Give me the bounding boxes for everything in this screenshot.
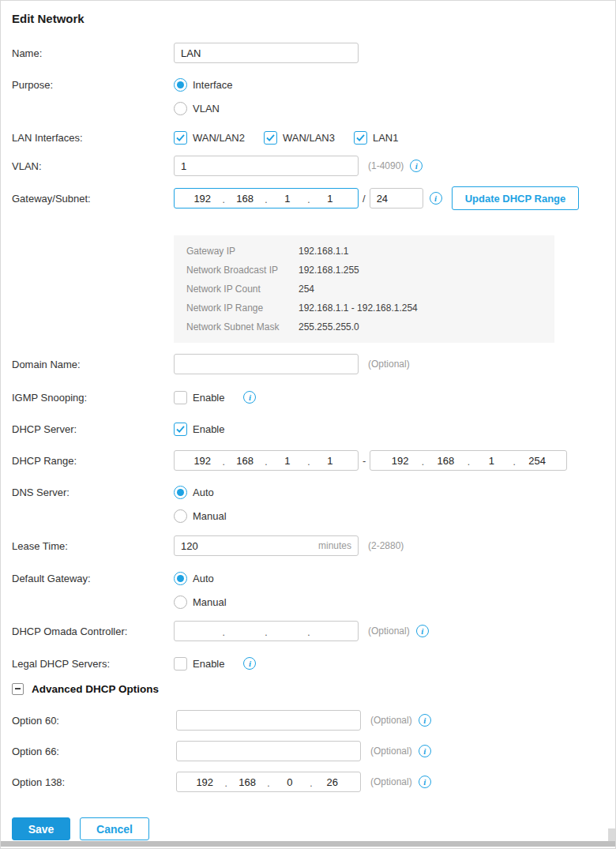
checkbox-label: Enable bbox=[193, 392, 224, 404]
ip-octet[interactable]: 168 bbox=[225, 193, 265, 205]
interface-checkbox-lan1[interactable]: LAN1 bbox=[354, 131, 399, 145]
option-66-input[interactable] bbox=[176, 741, 361, 761]
info-icon[interactable]: i bbox=[243, 657, 256, 670]
checkbox-checked-icon[interactable] bbox=[174, 423, 187, 436]
option-60-label: Option 60: bbox=[12, 715, 174, 727]
interface-checkbox-wanlan3[interactable]: WAN/LAN3 bbox=[264, 131, 335, 145]
vlan-input[interactable] bbox=[174, 156, 359, 176]
name-input[interactable] bbox=[174, 43, 359, 63]
legal-dhcp-enable-checkbox[interactable]: Enable bbox=[174, 657, 224, 671]
domain-name-input[interactable] bbox=[174, 354, 359, 374]
row-name: Name: bbox=[12, 43, 604, 63]
dhcp-omada-controller-input[interactable]: . . . bbox=[174, 621, 359, 641]
dhcp-omada-controller-hint: (Optional) bbox=[368, 625, 410, 637]
checkbox-label: WAN/LAN3 bbox=[283, 132, 335, 144]
default-gateway-option-auto[interactable]: Auto bbox=[174, 569, 227, 587]
purpose-label: Purpose: bbox=[12, 79, 174, 91]
checkbox-checked-icon[interactable] bbox=[354, 131, 367, 145]
advanced-dhcp-options-toggle[interactable]: Advanced DHCP Options bbox=[12, 681, 604, 697]
footer-buttons: Save Cancel bbox=[12, 817, 604, 840]
info-icon[interactable]: i bbox=[410, 160, 423, 172]
ip-octet[interactable]: 254 bbox=[516, 455, 559, 467]
ip-octet[interactable]: 1 bbox=[268, 455, 308, 467]
horizontal-scrollbar[interactable] bbox=[1, 841, 615, 847]
interface-checkbox-wanlan2[interactable]: WAN/LAN2 bbox=[174, 131, 245, 145]
summary-value: 254 bbox=[299, 284, 314, 295]
info-icon[interactable]: i bbox=[419, 714, 431, 727]
summary-label: Network Broadcast IP bbox=[186, 265, 299, 276]
checkbox-checked-icon[interactable] bbox=[174, 131, 187, 145]
dhcp-range-end-input[interactable]: 192. 168. 1. 254 bbox=[370, 450, 567, 471]
ip-octet[interactable]: 168 bbox=[424, 455, 468, 467]
dhcp-server-enable-checkbox[interactable]: Enable bbox=[174, 423, 224, 436]
vlan-label: VLAN: bbox=[12, 160, 174, 172]
advanced-dhcp-options-title: Advanced DHCP Options bbox=[32, 683, 159, 695]
dhcp-range-start-input[interactable]: 192. 168. 1. 1 bbox=[174, 450, 359, 471]
summary-value: 255.255.255.0 bbox=[299, 321, 359, 332]
dns-option-manual[interactable]: Manual bbox=[174, 507, 227, 524]
radio-label: Manual bbox=[193, 596, 227, 608]
purpose-option-vlan[interactable]: VLAN bbox=[174, 100, 233, 117]
lease-time-input[interactable]: 120 minutes bbox=[174, 535, 359, 556]
radio-unselected-icon[interactable] bbox=[174, 595, 187, 609]
purpose-option-interface[interactable]: Interface bbox=[174, 76, 233, 93]
info-icon[interactable]: i bbox=[419, 776, 431, 788]
legal-dhcp-servers-label: Legal DHCP Servers: bbox=[12, 658, 174, 670]
ip-octet[interactable]: 168 bbox=[227, 776, 268, 788]
dns-option-auto[interactable]: Auto bbox=[174, 483, 227, 501]
summary-row: Network IP Range 192.168.1.1 - 192.168.1… bbox=[186, 302, 542, 314]
info-icon[interactable]: i bbox=[430, 192, 442, 205]
row-gateway-subnet: Gateway/Subnet: 192. 168. 1. 1 / i Updat… bbox=[12, 186, 604, 210]
checkbox-unchecked-icon[interactable] bbox=[174, 657, 187, 671]
row-default-gateway: Default Gateway: Auto Manual bbox=[12, 569, 604, 610]
radio-unselected-icon[interactable] bbox=[174, 102, 187, 115]
row-option-60: Option 60: (Optional) i bbox=[12, 710, 604, 731]
ip-octet[interactable]: 192 bbox=[378, 455, 422, 467]
ip-octet[interactable]: 26 bbox=[313, 776, 353, 788]
default-gateway-option-manual[interactable]: Manual bbox=[174, 593, 227, 610]
radio-label: VLAN bbox=[193, 103, 220, 115]
ip-octet[interactable]: 0 bbox=[270, 776, 310, 788]
checkbox-checked-icon[interactable] bbox=[264, 131, 277, 145]
option-66-label: Option 66: bbox=[12, 746, 174, 757]
update-dhcp-range-button[interactable]: Update DHCP Range bbox=[452, 186, 580, 210]
option-60-input[interactable] bbox=[176, 710, 361, 731]
ip-octet[interactable]: 192 bbox=[185, 776, 225, 788]
radio-unselected-icon[interactable] bbox=[174, 509, 187, 523]
option-138-label: Option 138: bbox=[12, 776, 174, 788]
ip-octet[interactable]: 1 bbox=[268, 193, 308, 205]
igmp-snooping-label: IGMP Snooping: bbox=[12, 392, 174, 404]
ip-octet[interactable]: 1 bbox=[310, 455, 351, 467]
summary-value: 192.168.1.1 bbox=[299, 246, 348, 257]
row-vlan: VLAN: (1-4090) i bbox=[12, 156, 604, 176]
collapse-minus-icon[interactable] bbox=[12, 683, 24, 695]
row-option-66: Option 66: (Optional) i bbox=[12, 741, 604, 761]
igmp-enable-checkbox[interactable]: Enable bbox=[174, 391, 224, 404]
summary-row: Network IP Count 254 bbox=[186, 283, 542, 295]
vertical-scrollbar-thumb[interactable] bbox=[608, 828, 615, 841]
option-138-input[interactable]: 192. 168. 0. 26 bbox=[176, 772, 361, 792]
radio-selected-icon[interactable] bbox=[174, 78, 187, 92]
save-button[interactable]: Save bbox=[12, 817, 70, 840]
ip-octet[interactable]: 168 bbox=[225, 455, 265, 467]
summary-value: 192.168.1.255 bbox=[299, 265, 359, 276]
ip-octet[interactable]: 1 bbox=[310, 193, 351, 205]
ip-octet[interactable]: 192 bbox=[182, 193, 223, 205]
info-icon[interactable]: i bbox=[416, 625, 429, 637]
info-icon[interactable]: i bbox=[243, 391, 256, 404]
name-label: Name: bbox=[12, 47, 174, 59]
summary-label: Network Subnet Mask bbox=[186, 321, 299, 332]
checkbox-unchecked-icon[interactable] bbox=[174, 391, 187, 404]
info-icon[interactable]: i bbox=[419, 745, 431, 757]
lease-time-value[interactable]: 120 bbox=[181, 540, 318, 552]
radio-selected-icon[interactable] bbox=[174, 572, 187, 585]
radio-selected-icon[interactable] bbox=[174, 486, 187, 499]
row-lan-interfaces: LAN Interfaces: WAN/LAN2 WAN/LAN3 LAN1 bbox=[12, 130, 604, 145]
cancel-button[interactable]: Cancel bbox=[80, 817, 149, 840]
subnet-prefix-input[interactable] bbox=[370, 188, 423, 208]
ip-octet[interactable]: 192 bbox=[182, 455, 223, 467]
ip-octet[interactable]: 1 bbox=[470, 455, 513, 467]
gateway-subnet-label: Gateway/Subnet: bbox=[12, 193, 174, 205]
gateway-ip-input[interactable]: 192. 168. 1. 1 bbox=[174, 188, 359, 208]
lease-time-label: Lease Time: bbox=[12, 540, 174, 552]
